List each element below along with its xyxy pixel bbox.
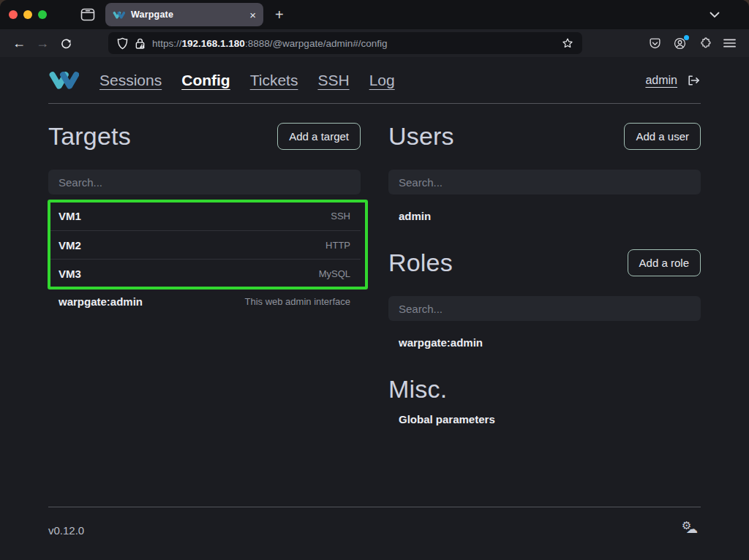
page-footer: v0.12.0 ⚙ ☁ — [48, 507, 701, 538]
bookmark-star-icon[interactable] — [562, 37, 573, 49]
target-description: This web admin interface — [244, 296, 350, 307]
roles-search-input[interactable] — [388, 296, 701, 321]
zoom-window-button[interactable] — [38, 10, 47, 19]
targets-section: Targets Add a target VM1 SSH VM2 HTTP — [48, 104, 361, 434]
nav-link-tickets[interactable]: Tickets — [250, 72, 298, 89]
extensions-puzzle-icon[interactable] — [699, 37, 711, 50]
config-columns: Targets Add a target VM1 SSH VM2 HTTP — [48, 104, 701, 434]
connection-lock-warning-icon[interactable] — [135, 37, 146, 50]
targets-search-input[interactable] — [48, 170, 361, 194]
target-row-vm1[interactable]: VM1 SSH — [48, 202, 361, 230]
tab-favicon-warpgate-icon — [113, 11, 125, 19]
nav-link-sessions[interactable]: Sessions — [99, 72, 162, 89]
users-search-input[interactable] — [388, 170, 701, 194]
highlighted-targets-group: VM1 SSH VM2 HTTP VM3 MySQL — [48, 202, 361, 287]
list-all-tabs-chevron-icon[interactable] — [710, 12, 720, 18]
role-row-warpgate-admin[interactable]: warpgate:admin — [388, 328, 701, 357]
reload-button[interactable] — [54, 38, 78, 49]
tab-strip: Warpgate × + — [0, 0, 749, 29]
users-section: Users Add a user admin — [388, 122, 701, 230]
account-notification-dot — [684, 35, 689, 40]
user-name: admin — [399, 210, 431, 222]
user-row-admin[interactable]: admin — [388, 202, 701, 230]
misc-item-name: Global parameters — [399, 413, 495, 425]
target-row-warpgate-admin[interactable]: warpgate:admin This web admin interface — [48, 287, 361, 316]
right-column: Users Add a user admin Roles Add a role — [388, 104, 701, 434]
target-name: VM3 — [59, 268, 81, 280]
tab-title: Warpgate — [131, 10, 244, 20]
tracking-protection-shield-icon[interactable] — [117, 37, 128, 50]
url-host: 192.168.1.180 — [182, 38, 245, 49]
target-kind: MySQL — [319, 268, 350, 279]
targets-title: Targets — [48, 122, 131, 151]
browser-toolbar: ← → https://1 — [0, 29, 749, 57]
url-scheme: https:// — [152, 38, 182, 49]
misc-row-global-parameters[interactable]: Global parameters — [388, 405, 701, 434]
role-name: warpgate:admin — [399, 336, 483, 349]
close-window-button[interactable] — [9, 10, 18, 19]
users-list: admin — [388, 202, 701, 230]
minimize-window-button[interactable] — [23, 10, 32, 19]
warpgate-logo-icon[interactable] — [48, 70, 79, 90]
window-controls — [0, 10, 57, 19]
version-label: v0.12.0 — [48, 524, 84, 537]
target-name: VM2 — [59, 239, 81, 251]
forward-button[interactable]: → — [31, 36, 54, 51]
nav-link-log[interactable]: Log — [369, 72, 395, 89]
url-text[interactable]: https://192.168.1.180:8888/@warpgate/adm… — [152, 38, 555, 49]
browser-window: Warpgate × + ← → — [0, 0, 749, 560]
account-link[interactable]: admin — [645, 74, 677, 87]
pocket-icon[interactable] — [649, 37, 661, 50]
add-role-button[interactable]: Add a role — [628, 249, 701, 276]
browser-tab-warpgate[interactable]: Warpgate × — [105, 3, 263, 26]
roles-list: warpgate:admin — [388, 328, 701, 357]
logout-icon[interactable] — [686, 75, 701, 86]
nav-links: Sessions Config Tickets SSH Log — [99, 72, 395, 89]
account-icon[interactable] — [674, 37, 686, 50]
targets-list: VM1 SSH VM2 HTTP VM3 MySQL warp — [48, 202, 361, 316]
theme-toggle-icon[interactable]: ⚙ ☁ — [682, 522, 701, 538]
warpgate-admin-page: Sessions Config Tickets SSH Log admin — [0, 57, 749, 560]
target-name: VM1 — [59, 210, 81, 222]
cloud-icon: ☁ — [686, 522, 698, 536]
misc-section: Misc. Global parameters — [388, 375, 701, 434]
url-bar[interactable]: https://192.168.1.180:8888/@warpgate/adm… — [108, 32, 582, 54]
back-button[interactable]: ← — [7, 36, 31, 51]
new-tab-button[interactable]: + — [275, 7, 284, 23]
target-row-vm2[interactable]: VM2 HTTP — [48, 230, 361, 259]
target-row-vm3[interactable]: VM3 MySQL — [48, 259, 361, 287]
target-kind: SSH — [331, 211, 350, 222]
target-name: warpgate:admin — [59, 295, 143, 308]
nav-link-ssh[interactable]: SSH — [317, 72, 349, 89]
target-kind: HTTP — [325, 240, 350, 251]
nav-link-config[interactable]: Config — [181, 72, 230, 89]
add-target-button[interactable]: Add a target — [277, 123, 361, 150]
app-navbar: Sessions Config Tickets SSH Log admin — [48, 57, 701, 104]
menu-hamburger-icon[interactable] — [723, 38, 736, 48]
firefox-view-icon[interactable] — [80, 8, 95, 21]
misc-title: Misc. — [388, 375, 447, 404]
add-user-button[interactable]: Add a user — [624, 123, 701, 150]
users-title: Users — [388, 122, 454, 151]
misc-list: Global parameters — [388, 405, 701, 434]
tab-close-icon[interactable]: × — [249, 10, 256, 20]
url-path: :8888/@warpgate/admin#/config — [245, 38, 388, 49]
roles-title: Roles — [388, 249, 453, 277]
roles-section: Roles Add a role warpgate:admin — [388, 249, 701, 357]
